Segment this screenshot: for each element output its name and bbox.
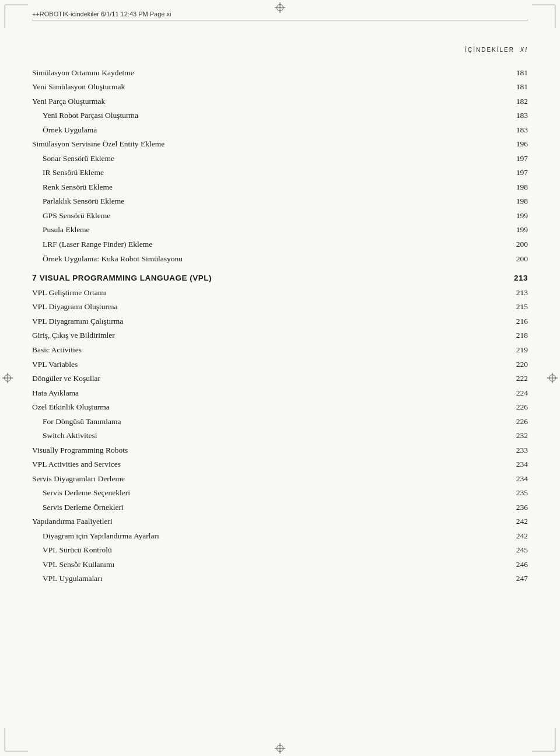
reg-mark-right <box>547 373 558 383</box>
toc-entry-page: 215 <box>404 300 528 315</box>
toc-row: Switch Aktivitesi232 <box>32 429 528 443</box>
toc-entry-page: 181 <box>404 80 528 95</box>
toc-row: Döngüler ve Koşullar222 <box>32 372 528 386</box>
toc-row: VPL Sensör Kullanımı246 <box>32 558 528 572</box>
toc-entry-page: 224 <box>404 386 528 401</box>
toc-row: Yapılandırma Faaliyetleri242 <box>32 514 528 529</box>
toc-entry-page: 242 <box>404 514 528 529</box>
toc-row: Giriş, Çıkış ve Bildirimler218 <box>32 329 528 344</box>
toc-row: VPL Sürücü Kontrolü245 <box>32 543 528 558</box>
main-content: İÇİNDEKİLER xi Simülasyon Ortamını Kayde… <box>32 47 528 709</box>
toc-entry-text: Simülasyon Servisine Özel Entity Ekleme <box>32 138 404 152</box>
toc-entry-page: 181 <box>404 66 528 80</box>
header-left-text: ++ROBOTIK-icindekiler 6/1/11 12:43 PM Pa… <box>32 10 171 18</box>
toc-entry-page: 197 <box>404 152 528 166</box>
toc-entry-text: Yeni Simülasyon Oluşturmak <box>32 80 404 95</box>
toc-entry-page: 222 <box>404 372 528 386</box>
toc-entry-text: Yeni Parça Oluşturmak <box>32 94 404 109</box>
header-bar: ++ROBOTIK-icindekiler 6/1/11 12:43 PM Pa… <box>32 10 528 20</box>
toc-entry-text: VPL Uygulamaları <box>32 572 404 586</box>
toc-entry-page: 242 <box>404 529 528 544</box>
toc-entry-text: VPL Diyagramı Oluşturma <box>32 300 404 315</box>
toc-row: VPL Geliştirme Ortamı213 <box>32 286 528 300</box>
toc-entry-text: Yeni Robot Parçası Oluşturma <box>32 109 404 124</box>
toc-row: Özel Etkinlik Oluşturma226 <box>32 400 528 415</box>
toc-entry-page: 234 <box>404 472 528 487</box>
toc-entry-text: LRF (Laser Range Finder) Ekleme <box>32 237 404 252</box>
toc-entry-page: 216 <box>404 314 528 329</box>
toc-entry-text: Yapılandırma Faaliyetleri <box>32 514 404 529</box>
chapter-title: VISUAL PROGRAMMING LANGUAGE (VPL) <box>40 274 212 282</box>
toc-row: Yeni Parça Oluşturmak182 <box>32 94 528 109</box>
toc-row: Renk Sensörü Ekleme198 <box>32 180 528 195</box>
toc-entry-page: 233 <box>404 443 528 458</box>
toc-entry-text: Pusula Ekleme <box>32 223 404 238</box>
toc-row: Parlaklık Sensörü Ekleme198 <box>32 195 528 209</box>
toc-entry-page: 245 <box>404 543 528 558</box>
toc-entry-text: Parlaklık Sensörü Ekleme <box>32 195 404 209</box>
toc-row: Servis Derleme Seçenekleri235 <box>32 486 528 501</box>
toc-entry-page: 235 <box>404 486 528 501</box>
toc-row: Yeni Robot Parçası Oluşturma183 <box>32 109 528 124</box>
toc-entry-text: Basic Activities <box>32 343 404 358</box>
toc-row: VPL Diyagramı Oluşturma215 <box>32 300 528 315</box>
toc-entry-text: Renk Sensörü Ekleme <box>32 180 404 195</box>
toc-entry-page: 198 <box>404 195 528 209</box>
toc-row: 7 VISUAL PROGRAMMING LANGUAGE (VPL)213 <box>32 266 528 286</box>
toc-entry-page: 246 <box>404 558 528 572</box>
toc-table: Simülasyon Ortamını Kaydetme181Yeni Simü… <box>32 66 528 586</box>
toc-entry-text: Sonar Sensörü Ekleme <box>32 152 404 166</box>
toc-entry-page: 197 <box>404 166 528 181</box>
toc-entry-text: Özel Etkinlik Oluşturma <box>32 400 404 415</box>
toc-row: VPL Diyagramını Çalıştırma216 <box>32 314 528 329</box>
corner-mark-tl <box>5 5 28 28</box>
toc-row: Servis Derleme Örnekleri236 <box>32 501 528 515</box>
toc-entry-text: Örnek Uygulama <box>32 123 404 138</box>
reg-mark-left <box>2 373 13 383</box>
toc-entry-text: GPS Sensörü Ekleme <box>32 209 404 223</box>
toc-entry-page: 196 <box>404 138 528 152</box>
toc-row: Örnek Uygulama183 <box>32 123 528 138</box>
toc-entry-text: 7 VISUAL PROGRAMMING LANGUAGE (VPL) <box>32 266 404 286</box>
toc-entry-page: 182 <box>404 94 528 109</box>
toc-entry-page: 247 <box>404 572 528 586</box>
reg-mark-bottom <box>275 743 285 754</box>
section-label: İÇİNDEKİLER <box>465 47 514 53</box>
toc-entry-text: Örnek Uygulama: Kuka Robot Simülasyonu <box>32 252 404 267</box>
toc-entry-page: 218 <box>404 329 528 344</box>
toc-entry-text: Servis Derleme Örnekleri <box>32 501 404 515</box>
toc-entry-text: VPL Diyagramını Çalıştırma <box>32 314 404 329</box>
toc-row: IR Sensörü Ekleme197 <box>32 166 528 181</box>
toc-row: Hata Ayıklama224 <box>32 386 528 401</box>
toc-entry-text: VPL Geliştirme Ortamı <box>32 286 404 300</box>
toc-entry-page: 183 <box>404 109 528 124</box>
toc-entry-text: Switch Aktivitesi <box>32 429 404 443</box>
page: ++ROBOTIK-icindekiler 6/1/11 12:43 PM Pa… <box>0 0 560 756</box>
toc-entry-page: 200 <box>404 252 528 267</box>
section-header: İÇİNDEKİLER xi <box>32 47 528 53</box>
toc-row: GPS Sensörü Ekleme199 <box>32 209 528 223</box>
toc-entry-text: VPL Variables <box>32 358 404 372</box>
toc-entry-text: Servis Derleme Seçenekleri <box>32 486 404 501</box>
toc-entry-text: Simülasyon Ortamını Kaydetme <box>32 66 404 80</box>
toc-entry-text: Döngüler ve Koşullar <box>32 372 404 386</box>
toc-row: VPL Variables220 <box>32 358 528 372</box>
toc-entry-text: Hata Ayıklama <box>32 386 404 401</box>
toc-entry-page: 199 <box>404 209 528 223</box>
section-num: xi <box>520 47 528 53</box>
toc-entry-page: 200 <box>404 237 528 252</box>
toc-entry-page: 183 <box>404 123 528 138</box>
toc-row: Simülasyon Servisine Özel Entity Ekleme1… <box>32 138 528 152</box>
toc-entry-text: VPL Sürücü Kontrolü <box>32 543 404 558</box>
chapter-number: 7 <box>32 273 40 282</box>
toc-entry-text: For Döngüsü Tanımlama <box>32 415 404 429</box>
toc-entry-text: VPL Activities and Services <box>32 457 404 472</box>
toc-entry-page: 219 <box>404 343 528 358</box>
toc-entry-page: 232 <box>404 429 528 443</box>
toc-entry-page: 213 <box>404 286 528 300</box>
toc-entry-text: Diyagram için Yapılandırma Ayarları <box>32 529 404 544</box>
toc-row: For Döngüsü Tanımlama226 <box>32 415 528 429</box>
toc-row: Örnek Uygulama: Kuka Robot Simülasyonu20… <box>32 252 528 267</box>
toc-entry-text: IR Sensörü Ekleme <box>32 166 404 181</box>
toc-entry-text: Giriş, Çıkış ve Bildirimler <box>32 329 404 344</box>
